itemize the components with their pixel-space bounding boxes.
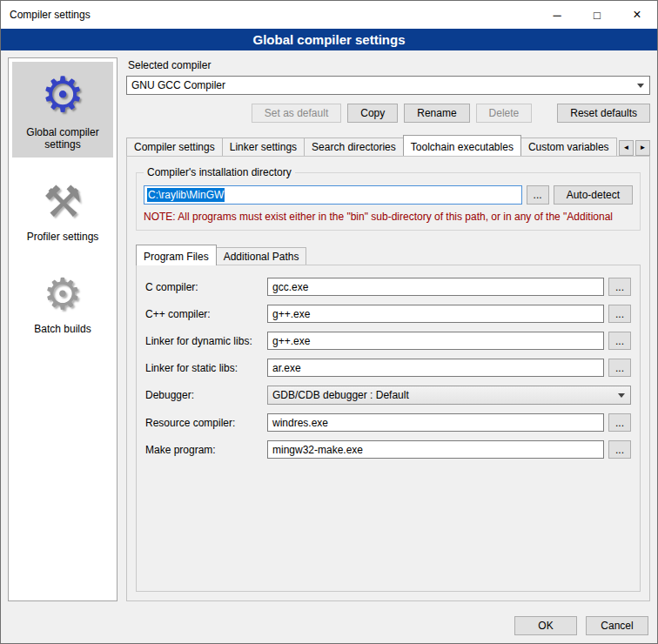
tab-build-options[interactable]: Buil: [616, 138, 617, 156]
window-controls: ─ □ ×: [537, 1, 657, 29]
installation-directory-group: Compiler's installation directory C:\ray…: [136, 172, 641, 231]
installation-directory-row: C:\raylib\MinGW ... Auto-detect: [144, 185, 633, 205]
minimize-button[interactable]: ─: [537, 1, 577, 29]
gear-icon: ⚙: [41, 70, 84, 119]
main-panel: Selected compiler GNU GCC Compiler Set a…: [126, 57, 650, 601]
installation-directory-browse-button[interactable]: ...: [527, 185, 549, 205]
debugger-value: GDB/CDB debugger : Default: [272, 389, 614, 401]
ok-button[interactable]: OK: [514, 616, 577, 635]
minimize-icon: ─: [553, 9, 561, 22]
gear-icon: ⚙: [44, 272, 83, 316]
compiler-settings-window: Compiler settings ─ □ × Global compiler …: [0, 0, 658, 644]
c-compiler-input[interactable]: gcc.exe: [267, 278, 604, 296]
close-icon: ×: [633, 7, 641, 23]
form-row: Resource compiler: windres.exe ...: [145, 413, 631, 432]
delete-button: Delete: [476, 104, 533, 123]
sidebar-item-label: Profiler settings: [27, 231, 99, 243]
close-button[interactable]: ×: [617, 1, 657, 29]
debugger-dropdown[interactable]: GDB/CDB debugger : Default: [267, 386, 631, 405]
auto-detect-button[interactable]: Auto-detect: [554, 185, 633, 205]
c-compiler-label: C compiler:: [145, 281, 267, 293]
installation-directory-input[interactable]: C:\raylib\MinGW: [144, 185, 522, 205]
make-program-input[interactable]: mingw32-make.exe: [267, 440, 604, 459]
sidebar-item-label: Batch builds: [34, 323, 91, 335]
compiler-actions: Set as default Copy Rename Delete Reset …: [126, 104, 650, 123]
window-title: Compiler settings: [1, 9, 537, 21]
cpp-compiler-label: C++ compiler:: [145, 308, 267, 320]
linker-dynamic-value: g++.exe: [272, 335, 310, 347]
titlebar: Compiler settings ─ □ ×: [1, 1, 657, 29]
linker-static-value: ar.exe: [272, 362, 301, 374]
linker-dynamic-browse-button[interactable]: ...: [608, 332, 631, 350]
maximize-button[interactable]: □: [577, 1, 617, 29]
form-row: Linker for static libs: ar.exe ...: [145, 359, 631, 377]
copy-button[interactable]: Copy: [347, 104, 398, 123]
reset-defaults-button[interactable]: Reset defaults: [557, 104, 650, 123]
form-row: C++ compiler: g++.exe ...: [145, 305, 631, 323]
linker-static-browse-button[interactable]: ...: [608, 359, 631, 377]
installation-directory-value: C:\raylib\MinGW: [147, 188, 225, 202]
tab-compiler-settings[interactable]: Compiler settings: [126, 138, 223, 156]
selected-compiler-label: Selected compiler: [128, 59, 650, 71]
c-compiler-value: gcc.exe: [272, 281, 308, 293]
tab-custom-variables[interactable]: Custom variables: [520, 138, 617, 156]
sidebar-item-batch-builds[interactable]: ⚙ Batch builds: [12, 264, 113, 342]
installation-directory-group-title: Compiler's installation directory: [144, 166, 295, 178]
scroll-left-icon: ◄: [623, 144, 630, 151]
resource-compiler-input[interactable]: windres.exe: [267, 413, 604, 432]
linker-static-label: Linker for static libs:: [145, 362, 267, 374]
cpp-compiler-value: g++.exe: [272, 308, 310, 320]
sidebar-item-label: Global compiler settings: [14, 126, 111, 151]
resource-compiler-browse-button[interactable]: ...: [608, 413, 631, 432]
tab-toolchain-executables[interactable]: Toolchain executables: [403, 135, 521, 156]
linker-dynamic-input[interactable]: g++.exe: [267, 332, 604, 350]
tab-search-directories[interactable]: Search directories: [304, 138, 404, 156]
linker-dynamic-label: Linker for dynamic libs:: [145, 335, 267, 347]
make-program-browse-button[interactable]: ...: [608, 440, 631, 459]
settings-sidebar: ⚙ Global compiler settings ⚒ Profiler se…: [8, 57, 118, 601]
form-row: Debugger: GDB/CDB debugger : Default: [145, 386, 631, 405]
toolchain-executables-page: Compiler's installation directory C:\ray…: [126, 156, 650, 601]
set-as-default-button: Set as default: [252, 104, 341, 123]
make-program-value: mingw32-make.exe: [272, 444, 363, 456]
tab-linker-settings[interactable]: Linker settings: [222, 138, 305, 156]
selected-compiler-dropdown[interactable]: GNU GCC Compiler: [126, 76, 650, 95]
resource-compiler-label: Resource compiler:: [145, 417, 267, 429]
program-files-page: C compiler: gcc.exe ... C++ compiler: g+…: [136, 265, 641, 592]
cpp-compiler-browse-button[interactable]: ...: [608, 305, 631, 323]
cancel-button[interactable]: Cancel: [586, 616, 648, 635]
profiler-icon: ⚒: [44, 180, 83, 224]
dropdown-arrow-icon: [614, 393, 628, 398]
resource-compiler-value: windres.exe: [272, 417, 328, 429]
linker-static-input[interactable]: ar.exe: [267, 359, 604, 377]
tab-additional-paths[interactable]: Additional Paths: [216, 247, 307, 265]
sidebar-item-profiler-settings[interactable]: ⚒ Profiler settings: [12, 171, 113, 250]
dialog-content: ⚙ Global compiler settings ⚒ Profiler se…: [1, 50, 657, 608]
form-row: Linker for dynamic libs: g++.exe ...: [145, 332, 631, 350]
dialog-footer: OK Cancel: [1, 608, 657, 643]
executables-subtabs: Program Files Additional Paths: [136, 245, 641, 265]
c-compiler-browse-button[interactable]: ...: [608, 278, 631, 296]
rename-button[interactable]: Rename: [404, 104, 469, 123]
cpp-compiler-input[interactable]: g++.exe: [267, 305, 604, 323]
settings-tabstrip: Compiler settings Linker settings Search…: [126, 135, 650, 156]
installation-directory-note: NOTE: All programs must exist either in …: [144, 211, 633, 223]
make-program-label: Make program:: [145, 444, 267, 456]
dialog-header: Global compiler settings: [1, 29, 657, 50]
form-row: Make program: mingw32-make.exe ...: [145, 440, 631, 459]
form-row: C compiler: gcc.exe ...: [145, 278, 631, 296]
scroll-right-icon: ►: [640, 144, 647, 151]
debugger-label: Debugger:: [145, 389, 267, 401]
sidebar-item-global-compiler-settings[interactable]: ⚙ Global compiler settings: [12, 62, 113, 158]
dropdown-arrow-icon: [634, 84, 648, 88]
tabs: Compiler settings Linker settings Search…: [126, 135, 617, 156]
tab-scroll-right-button[interactable]: ►: [635, 140, 650, 156]
tab-program-files[interactable]: Program Files: [136, 245, 217, 265]
selected-compiler-value: GNU GCC Compiler: [131, 79, 634, 91]
tab-scroll-left-button[interactable]: ◄: [619, 140, 634, 156]
maximize-icon: □: [594, 9, 601, 22]
